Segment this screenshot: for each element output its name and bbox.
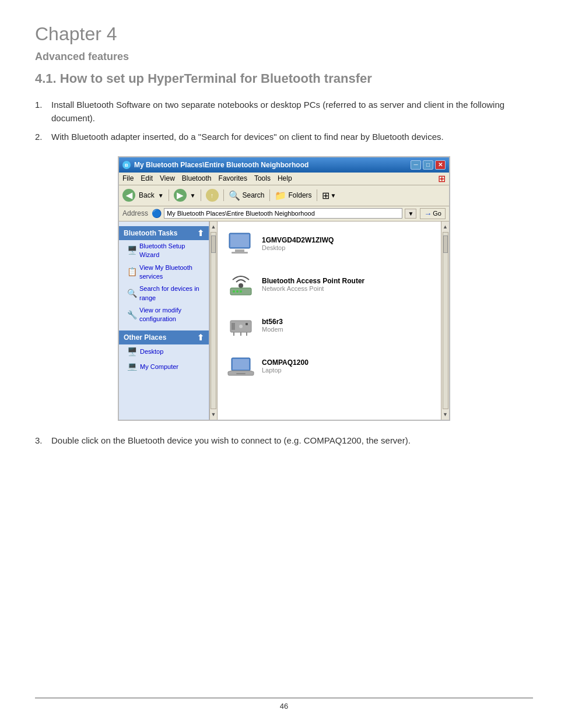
- search-devices-icon: 🔍: [127, 288, 136, 300]
- view-icon: ⊞: [322, 190, 329, 201]
- back-button[interactable]: ◀: [122, 189, 135, 202]
- up-button[interactable]: ↑: [206, 189, 219, 202]
- svg-rect-5: [232, 252, 248, 254]
- modify-config-icon: 🔧: [127, 310, 136, 321]
- steps-list: 1. Install Bluetooth Software on two sep…: [35, 98, 533, 143]
- sidebar-item-bt-services[interactable]: 📋 View My Bluetooth services: [119, 262, 209, 283]
- menu-favorites[interactable]: Favorites: [219, 174, 247, 182]
- toolbar-separator-3: [223, 189, 224, 201]
- svg-rect-12: [232, 323, 235, 330]
- svg-point-10: [240, 290, 242, 293]
- chapter-title: Chapter 4: [35, 23, 533, 45]
- svg-point-9: [236, 290, 239, 293]
- folders-button[interactable]: 📁 Folders: [275, 190, 312, 201]
- search-label: Search: [243, 191, 265, 199]
- bt-services-label: View My Bluetooth services: [139, 263, 203, 282]
- main-scroll-down[interactable]: ▼: [441, 410, 449, 418]
- device-row-desktop[interactable]: 1GMVGD4D2W1ZIWQ Desktop: [222, 226, 436, 261]
- main-scrollbar[interactable]: ▲ ▼: [441, 221, 449, 420]
- menu-help[interactable]: Help: [278, 174, 292, 182]
- steps-list-2: 3. Double click on the Bluetooth device …: [35, 434, 533, 447]
- go-label: Go: [433, 210, 441, 217]
- step-1-text: Install Bluetooth Software on two separa…: [51, 100, 504, 123]
- device-info-router: Bluetooth Access Point Router Network Ac…: [262, 277, 364, 292]
- view-dropdown[interactable]: ▼: [331, 192, 336, 199]
- win-toolbar: ◀ Back ▼ ▶ ▼ ↑ 🔍 Search 📁 Folders: [119, 185, 449, 206]
- main-scroll-thumb[interactable]: [443, 235, 448, 253]
- menu-view[interactable]: View: [160, 174, 175, 182]
- device-info-desktop: 1GMVGD4D2W1ZIWQ Desktop: [262, 236, 334, 251]
- view-button[interactable]: ⊞ ▼: [322, 190, 336, 201]
- device-4-name: COMPAQ1200: [262, 358, 308, 367]
- menu-edit[interactable]: Edit: [141, 174, 153, 182]
- main-scroll-up[interactable]: ▲: [441, 223, 449, 231]
- address-dropdown[interactable]: ▼: [405, 209, 416, 219]
- scroll-track[interactable]: [211, 232, 216, 409]
- my-computer-label: My Computer: [140, 363, 178, 371]
- sidebar-section-bluetooth: Bluetooth Tasks ⬆ 🖥️ Bluetooth Setup Wiz…: [119, 226, 209, 326]
- screenshot-container: B My Bluetooth Places\Entire Bluetooth N…: [35, 156, 533, 421]
- win-sidebar: Bluetooth Tasks ⬆ 🖥️ Bluetooth Setup Wiz…: [119, 221, 209, 420]
- close-button[interactable]: ✕: [435, 160, 446, 170]
- svg-rect-3: [230, 234, 249, 247]
- scroll-thumb[interactable]: [211, 235, 216, 253]
- svg-rect-4: [235, 249, 244, 252]
- sidebar-bluetooth-collapse[interactable]: ⬆: [197, 228, 204, 238]
- scroll-up-arrow[interactable]: ▲: [210, 223, 218, 231]
- toolbar-separator-4: [269, 189, 270, 201]
- minimize-button[interactable]: ─: [411, 160, 421, 170]
- device-row-modem[interactable]: bt56r3 Modem: [222, 308, 436, 343]
- svg-point-6: [239, 283, 243, 288]
- sidebar-header-bluetooth[interactable]: Bluetooth Tasks ⬆: [119, 226, 209, 240]
- device-row-router[interactable]: Bluetooth Access Point Router Network Ac…: [222, 267, 436, 302]
- sidebar-section-other: Other Places ⬆ 🖥️ Desktop 💻 My Computer: [119, 330, 209, 374]
- setup-wizard-label: Bluetooth Setup Wizard: [139, 242, 203, 260]
- forward-dropdown[interactable]: ▼: [190, 192, 196, 199]
- sidebar-other-label: Other Places: [124, 333, 166, 342]
- device-info-laptop: COMPAQ1200 Laptop: [262, 358, 308, 374]
- menu-file[interactable]: File: [122, 174, 134, 182]
- scroll-down-arrow[interactable]: ▼: [210, 410, 218, 418]
- svg-rect-20: [236, 373, 246, 374]
- svg-text:B: B: [125, 163, 128, 168]
- main-scroll-track[interactable]: [443, 232, 448, 409]
- sidebar-header-other[interactable]: Other Places ⬆: [119, 330, 209, 344]
- sidebar-item-setup-wizard[interactable]: 🖥️ Bluetooth Setup Wizard: [119, 240, 209, 262]
- go-button[interactable]: → Go: [420, 208, 446, 219]
- menu-tools[interactable]: Tools: [254, 174, 271, 182]
- device-row-laptop[interactable]: COMPAQ1200 Laptop: [222, 349, 436, 384]
- sidebar-item-modify-config[interactable]: 🔧 View or modify configuration: [119, 304, 209, 326]
- titlebar-buttons: ─ □ ✕: [411, 160, 446, 170]
- step-2-num: 2.: [35, 130, 43, 143]
- subsection-title: 4.1. How to set up HyperTerminal for Blu…: [35, 71, 533, 86]
- sidebar-item-desktop[interactable]: 🖥️ Desktop: [119, 344, 209, 360]
- setup-wizard-icon: 🖥️: [127, 245, 136, 256]
- device-4-type: Laptop: [262, 367, 308, 374]
- device-2-type: Network Access Point: [262, 285, 364, 292]
- device-icon-router: [226, 269, 256, 300]
- sidebar-other-collapse[interactable]: ⬆: [197, 333, 204, 342]
- address-label: Address: [122, 209, 148, 217]
- toolbar-separator-5: [317, 189, 317, 201]
- other-desktop-label: Desktop: [140, 347, 163, 356]
- toolbar-separator-1: [169, 189, 169, 201]
- sidebar-bluetooth-label: Bluetooth Tasks: [124, 229, 177, 237]
- menu-bluetooth[interactable]: Bluetooth: [182, 174, 212, 182]
- sidebar-scrollbar[interactable]: ▲ ▼: [209, 221, 218, 420]
- windows-logo: ⊞: [438, 173, 446, 184]
- device-1-type: Desktop: [262, 244, 334, 251]
- bt-services-icon: 📋: [127, 266, 136, 278]
- forward-button[interactable]: ▶: [174, 189, 187, 202]
- step-1-num: 1.: [35, 98, 43, 111]
- search-icon: 🔍: [229, 190, 240, 201]
- back-dropdown[interactable]: ▼: [158, 192, 164, 199]
- sidebar-item-my-computer[interactable]: 💻 My Computer: [119, 359, 209, 374]
- device-2-name: Bluetooth Access Point Router: [262, 277, 364, 285]
- search-devices-label: Search for devices in range: [139, 284, 203, 303]
- address-field[interactable]: My Bluetooth Places\Entire Bluetooth Nei…: [164, 208, 402, 219]
- modify-config-label: View or modify configuration: [139, 306, 203, 324]
- sidebar-item-search-devices[interactable]: 🔍 Search for devices in range: [119, 283, 209, 304]
- search-button[interactable]: 🔍 Search: [229, 190, 265, 201]
- page-footer: 46: [35, 698, 533, 711]
- maximize-button[interactable]: □: [423, 160, 433, 170]
